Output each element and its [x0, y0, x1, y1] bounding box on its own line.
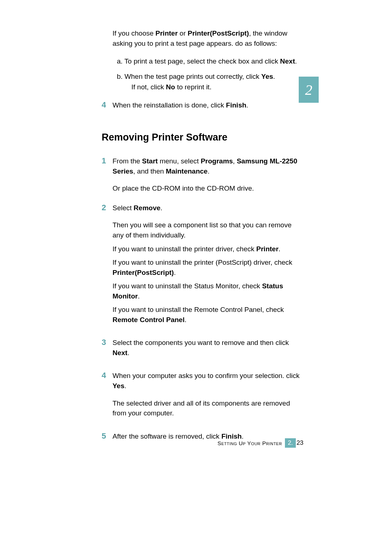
step-2: 2 Select Remove. Then you will see a com…	[113, 203, 301, 325]
step-para: If you want to uninstall the Remote Cont…	[113, 305, 301, 325]
step-number: 4	[102, 371, 106, 380]
step-number: 5	[102, 431, 106, 441]
page-content: If you choose Printer or Printer(PostScr…	[113, 28, 301, 451]
intro-paragraph: If you choose Printer or Printer(PostScr…	[113, 28, 301, 48]
step-4-top: 4 When the reinstallation is done, click…	[113, 100, 301, 110]
chapter-number: 2	[305, 81, 313, 98]
chapter-tab: 2	[299, 77, 319, 103]
footer-section-name: Setting Up Your Printer	[217, 440, 282, 446]
step-1: 1 From the Start menu, select Programs, …	[113, 156, 301, 194]
sub-item-a: a. To print a test page, select the chec…	[117, 56, 301, 66]
step-para: If you want to uninstall the printer (Po…	[113, 257, 301, 277]
step-text: When the reinstallation is done, click F…	[113, 100, 301, 110]
sub-list: a. To print a test page, select the chec…	[117, 56, 301, 92]
step-text: Select Remove.	[113, 203, 301, 213]
step-text: From the Start menu, select Programs, Sa…	[113, 156, 301, 176]
step-number: 2	[102, 203, 106, 212]
step-text: Select the components you want to remove…	[113, 338, 301, 358]
step-4: 4 When your computer asks you to confirm…	[113, 371, 301, 418]
step-para: Then you will see a component list so th…	[113, 220, 301, 240]
step-3: 3 Select the components you want to remo…	[113, 338, 301, 358]
sub-item-b: b. When the test page prints out correct…	[117, 72, 301, 92]
step-para: The selected driver and all of its compo…	[113, 398, 301, 418]
step-text: When your computer asks you to confirm y…	[113, 371, 301, 391]
step-para: Or place the CD-ROM into the CD-ROM driv…	[113, 183, 301, 194]
step-para: If you want to uninstall the printer dri…	[113, 244, 301, 254]
section-heading: Removing Printer Software	[102, 132, 301, 143]
footer-page-number: 23	[297, 439, 303, 447]
footer-chapter-badge: 2.	[285, 438, 296, 448]
step-para: If you want to uninstall the Status Moni…	[113, 281, 301, 301]
page-footer: Setting Up Your Printer 2.23	[217, 438, 303, 448]
step-number: 3	[102, 338, 106, 347]
step-number: 1	[102, 156, 106, 166]
step-number: 4	[102, 100, 106, 110]
